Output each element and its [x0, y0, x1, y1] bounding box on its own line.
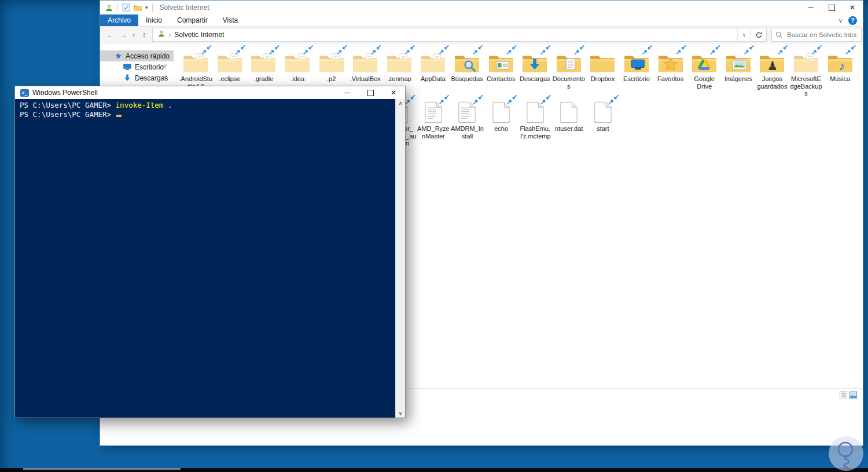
file-item-documentos[interactable]: ↙↗Documentos	[552, 47, 586, 97]
scroll-up-arrow-icon[interactable]: ∧	[396, 100, 405, 106]
file-item-microsoftedgebackups[interactable]: ↙↗MicrosoftEdgeBackups	[789, 47, 823, 97]
file-item-dropbox[interactable]: Dropbox	[586, 47, 620, 97]
minimize-button[interactable]	[800, 1, 821, 14]
breadcrumb-path[interactable]: Solvetic Internet	[174, 31, 224, 39]
new-folder-icon[interactable]	[133, 4, 142, 12]
sidebar-item-escritorio[interactable]: Escritorio	[100, 61, 174, 72]
up-button[interactable]: ↑	[138, 28, 150, 41]
powershell-maximize-button[interactable]	[359, 86, 382, 99]
folder-music-icon: ♪↙↗	[826, 47, 854, 74]
file-item-flashemu-7z-mctemp[interactable]: ↙↗FlashEmu.7z.mctemp	[518, 97, 552, 147]
tab-inicio[interactable]: Inicio	[138, 14, 170, 26]
powershell-window: >_ Windows PowerShell ✕ PS C:\Users\PC G…	[14, 86, 406, 418]
tab-vista[interactable]: Vista	[215, 14, 245, 26]
customize-toolbar-caret-icon[interactable]: ▾	[145, 5, 148, 10]
maximize-button[interactable]	[821, 1, 842, 14]
file-item-label: Juegos guardados	[755, 75, 789, 90]
thumbnail-view-button[interactable]	[849, 391, 857, 398]
powershell-console[interactable]: PS C:\Users\PC GAMER> invoke-Item .PS C:…	[15, 99, 405, 418]
folder-download-icon: ↙↗	[521, 47, 549, 74]
powershell-app-icon: >_	[20, 89, 29, 97]
window-title: Solvetic Internet	[160, 3, 209, 12]
file-blank-icon: ↙↗	[487, 97, 515, 123]
sidebar-item-descargas[interactable]: Descargas	[100, 72, 174, 83]
file-item-label: MicrosoftEdgeBackups	[789, 75, 823, 97]
file-item-favoritos[interactable]: ↙↗Favoritos	[653, 47, 687, 97]
back-button[interactable]: ←	[105, 28, 116, 41]
file-item-ntuser-dat[interactable]: ntuser.dat	[552, 97, 586, 147]
folder-star-icon: ↙↗	[657, 47, 685, 74]
help-icon[interactable]: ?	[848, 16, 857, 25]
file-item-amdrm-install[interactable]: ↙↗AMDRM_Install	[450, 97, 484, 147]
svg-text:♪: ♪	[838, 59, 844, 72]
address-bar[interactable]: › Solvetic Internet ∨	[152, 28, 767, 42]
file-item-label: Documentos	[552, 75, 586, 90]
folder-hidden-icon: ↙↗	[182, 47, 209, 74]
breadcrumb-separator-icon: ›	[169, 32, 171, 38]
expand-ribbon-chevron-icon[interactable]: ∨	[838, 17, 843, 24]
file-item-escritorio[interactable]: ↙↗Escritorio	[620, 47, 654, 97]
folder-hidden-icon: ↙↗	[419, 47, 447, 74]
scroll-down-arrow-icon[interactable]: ∨	[396, 411, 405, 416]
powershell-minimize-button[interactable]	[336, 86, 359, 99]
file-item-amd-ryzenmaster[interactable]: ↙↗AMD_RyzenMaster	[417, 97, 451, 147]
file-item-label: .VirtualBox	[350, 75, 381, 83]
folder-hidden-icon: ↙↗	[216, 47, 244, 74]
tab-archivo[interactable]: Archivo	[100, 14, 138, 26]
folder-docs-icon: ↙↗	[555, 47, 583, 74]
file-item-label: .eclipse	[219, 75, 240, 83]
file-item-label: .zenmap	[387, 75, 411, 83]
list-view-button[interactable]	[840, 391, 847, 398]
file-item-label: AMDRM_Install	[450, 125, 484, 140]
tab-compartir[interactable]: Compartir	[170, 14, 215, 26]
refresh-icon	[755, 31, 763, 39]
file-item-label: Dropbox	[591, 75, 615, 83]
folder-icon	[589, 47, 616, 74]
breadcrumb[interactable]: › Solvetic Internet	[153, 28, 737, 41]
desktop-monitor-icon	[123, 63, 131, 71]
folder-desktop-icon: ↙↗	[623, 47, 650, 74]
file-item-m-sica[interactable]: ♪↙↗Música	[823, 47, 857, 97]
console-scrollbar[interactable]: ∧ ∨	[395, 99, 405, 418]
minimize-icon	[808, 8, 814, 8]
refresh-button[interactable]	[751, 28, 766, 41]
sidebar-item-acceso-r-pido[interactable]: Acceso rápido	[100, 50, 174, 61]
console-line: PS C:\Users\PC GAMER>	[20, 110, 400, 119]
quick-access-toolbar: ▾	[100, 3, 154, 12]
file-item-b-squedas[interactable]: ↙↗Búsquedas	[450, 47, 484, 97]
address-dropdown-chevron-icon[interactable]: ∨	[737, 28, 751, 41]
ribbon-tabs: ArchivoInicioCompartirVista ∨ ?	[100, 14, 863, 27]
file-item-google-drive[interactable]: ↙↗Google Drive	[687, 47, 722, 97]
file-item-label: FlashEmu.7z.mctemp	[518, 125, 552, 140]
user-folder-icon[interactable]	[105, 3, 113, 12]
powershell-close-button[interactable]: ✕	[382, 86, 405, 99]
explorer-title-bar[interactable]: ▾ Solvetic Internet ✕	[100, 1, 863, 14]
powershell-title-bar[interactable]: >_ Windows PowerShell ✕	[15, 86, 405, 99]
close-icon: ✕	[391, 89, 396, 96]
file-item-im-genes[interactable]: ↙↗Imágenes	[722, 47, 756, 97]
properties-icon[interactable]	[122, 3, 130, 12]
search-box[interactable]	[771, 28, 862, 42]
folder-hidden-icon: ↙↗	[284, 47, 311, 74]
file-item-label: ntuser.dat	[555, 125, 583, 133]
file-item-label: AppData	[421, 75, 446, 83]
navigation-pane: Acceso rápidoEscritorioDescargas	[100, 50, 174, 83]
file-item-juegos-guardados[interactable]: ♟↙↗Juegos guardados	[755, 47, 789, 97]
file-item-label: Google Drive	[687, 75, 721, 90]
file-item-appdata[interactable]: ↙↗AppData	[416, 47, 450, 97]
close-button[interactable]: ✕	[842, 1, 863, 14]
address-bar-row: ← → ∨ ↑ › Solvetic Internet ∨	[100, 27, 863, 43]
file-item-start[interactable]: ↙↗start	[586, 97, 620, 147]
folder-search-icon: ↙↗	[453, 47, 481, 74]
file-item-contactos[interactable]: ↙↗Contactos	[484, 47, 518, 97]
file-item-echo[interactable]: ↙↗echo	[484, 97, 518, 147]
file-item-descargas[interactable]: ↙↗Descargas	[518, 47, 552, 97]
file-item-label: .gradle	[254, 75, 274, 83]
maximize-icon	[829, 5, 835, 11]
search-input[interactable]	[786, 31, 858, 39]
close-icon: ✕	[849, 4, 855, 11]
folder-gdrive-icon: ↙↗	[690, 47, 718, 74]
forward-button[interactable]: →	[117, 28, 129, 41]
file-item-label: .p2	[327, 75, 336, 83]
recent-locations-chevron-icon[interactable]: ∨	[130, 28, 137, 41]
